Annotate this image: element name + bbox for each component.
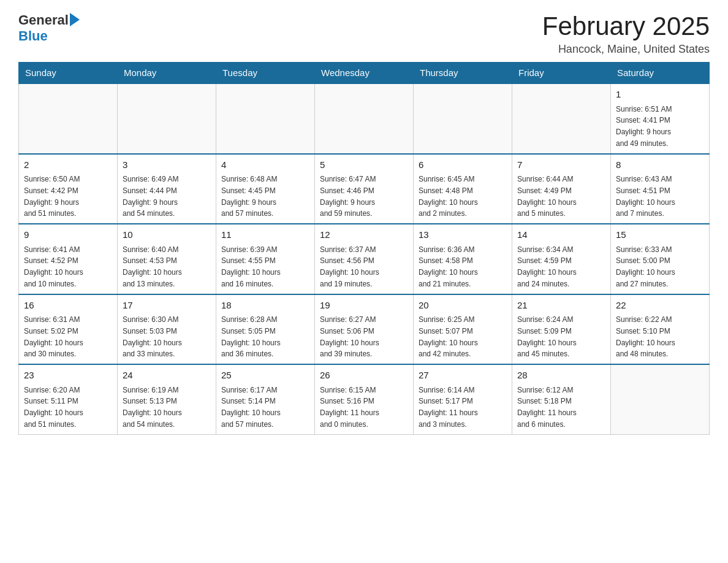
day-number: 26 (320, 369, 408, 383)
calendar-cell: 26Sunrise: 6:15 AM Sunset: 5:16 PM Dayli… (315, 364, 414, 434)
calendar-cell: 7Sunrise: 6:44 AM Sunset: 4:49 PM Daylig… (512, 154, 611, 224)
day-info: Sunrise: 6:39 AM Sunset: 4:55 PM Dayligh… (221, 245, 281, 288)
weekday-header-friday: Friday (512, 63, 611, 84)
calendar-cell (216, 83, 315, 154)
calendar-cell: 24Sunrise: 6:19 AM Sunset: 5:13 PM Dayli… (118, 364, 216, 434)
calendar-cell: 9Sunrise: 6:41 AM Sunset: 4:52 PM Daylig… (19, 224, 118, 294)
location-title: Hancock, Maine, United States (542, 43, 710, 56)
day-number: 20 (419, 299, 507, 313)
day-info: Sunrise: 6:40 AM Sunset: 4:53 PM Dayligh… (123, 245, 182, 288)
calendar-cell: 14Sunrise: 6:34 AM Sunset: 4:59 PM Dayli… (512, 224, 611, 294)
calendar-cell: 21Sunrise: 6:24 AM Sunset: 5:09 PM Dayli… (512, 294, 611, 365)
calendar-cell: 23Sunrise: 6:20 AM Sunset: 5:11 PM Dayli… (19, 364, 118, 434)
day-number: 6 (419, 158, 507, 172)
day-info: Sunrise: 6:44 AM Sunset: 4:49 PM Dayligh… (517, 175, 577, 218)
calendar-cell: 11Sunrise: 6:39 AM Sunset: 4:55 PM Dayli… (216, 224, 315, 294)
day-number: 5 (320, 158, 408, 172)
calendar-cell: 3Sunrise: 6:49 AM Sunset: 4:44 PM Daylig… (118, 154, 216, 224)
logo-general-text: General (18, 12, 69, 28)
calendar-cell (512, 83, 611, 154)
calendar-cell: 12Sunrise: 6:37 AM Sunset: 4:56 PM Dayli… (315, 224, 414, 294)
day-number: 4 (221, 158, 309, 172)
weekday-header-monday: Monday (118, 63, 216, 84)
day-number: 9 (24, 228, 112, 242)
day-number: 16 (24, 299, 112, 313)
logo-arrow-icon (70, 13, 80, 26)
page-header: General Blue February 2025 Hancock, Main… (18, 12, 710, 56)
day-number: 28 (517, 369, 605, 383)
calendar-cell: 6Sunrise: 6:45 AM Sunset: 4:48 PM Daylig… (414, 154, 512, 224)
calendar-week-3: 9Sunrise: 6:41 AM Sunset: 4:52 PM Daylig… (19, 224, 710, 294)
day-number: 23 (24, 369, 112, 383)
weekday-header-saturday: Saturday (611, 63, 710, 84)
day-number: 13 (419, 228, 507, 242)
day-info: Sunrise: 6:48 AM Sunset: 4:45 PM Dayligh… (221, 175, 277, 218)
day-info: Sunrise: 6:45 AM Sunset: 4:48 PM Dayligh… (419, 175, 478, 218)
day-info: Sunrise: 6:47 AM Sunset: 4:46 PM Dayligh… (320, 175, 376, 218)
calendar-cell (414, 83, 512, 154)
day-number: 17 (123, 299, 211, 313)
calendar-week-5: 23Sunrise: 6:20 AM Sunset: 5:11 PM Dayli… (19, 364, 710, 434)
day-info: Sunrise: 6:41 AM Sunset: 4:52 PM Dayligh… (24, 245, 83, 288)
calendar-week-2: 2Sunrise: 6:50 AM Sunset: 4:42 PM Daylig… (19, 154, 710, 224)
weekday-header-wednesday: Wednesday (315, 63, 414, 84)
logo-blue-text: Blue (18, 28, 48, 44)
calendar-cell: 28Sunrise: 6:12 AM Sunset: 5:18 PM Dayli… (512, 364, 611, 434)
month-title: February 2025 (542, 12, 710, 40)
calendar-week-1: 1Sunrise: 6:51 AM Sunset: 4:41 PM Daylig… (19, 83, 710, 154)
day-number: 22 (616, 299, 704, 313)
day-number: 8 (616, 158, 704, 172)
weekday-header-thursday: Thursday (414, 63, 512, 84)
day-info: Sunrise: 6:25 AM Sunset: 5:07 PM Dayligh… (419, 315, 478, 358)
day-info: Sunrise: 6:50 AM Sunset: 4:42 PM Dayligh… (24, 175, 80, 218)
calendar-cell: 19Sunrise: 6:27 AM Sunset: 5:06 PM Dayli… (315, 294, 414, 365)
day-number: 24 (123, 369, 211, 383)
day-info: Sunrise: 6:22 AM Sunset: 5:10 PM Dayligh… (616, 315, 675, 358)
day-info: Sunrise: 6:20 AM Sunset: 5:11 PM Dayligh… (24, 386, 83, 429)
day-info: Sunrise: 6:37 AM Sunset: 4:56 PM Dayligh… (320, 245, 379, 288)
day-info: Sunrise: 6:19 AM Sunset: 5:13 PM Dayligh… (123, 386, 182, 429)
day-number: 12 (320, 228, 408, 242)
logo: General Blue (18, 12, 80, 44)
calendar-cell: 27Sunrise: 6:14 AM Sunset: 5:17 PM Dayli… (414, 364, 512, 434)
calendar-cell: 5Sunrise: 6:47 AM Sunset: 4:46 PM Daylig… (315, 154, 414, 224)
day-number: 2 (24, 158, 112, 172)
calendar-cell (611, 364, 710, 434)
day-info: Sunrise: 6:15 AM Sunset: 5:16 PM Dayligh… (320, 386, 379, 429)
day-number: 25 (221, 369, 309, 383)
calendar-cell (19, 83, 118, 154)
day-info: Sunrise: 6:30 AM Sunset: 5:03 PM Dayligh… (123, 315, 182, 358)
calendar-cell: 10Sunrise: 6:40 AM Sunset: 4:53 PM Dayli… (118, 224, 216, 294)
day-info: Sunrise: 6:17 AM Sunset: 5:14 PM Dayligh… (221, 386, 281, 429)
calendar-cell: 4Sunrise: 6:48 AM Sunset: 4:45 PM Daylig… (216, 154, 315, 224)
calendar-cell (118, 83, 216, 154)
weekday-header-sunday: Sunday (19, 63, 118, 84)
day-number: 27 (419, 369, 507, 383)
day-info: Sunrise: 6:51 AM Sunset: 4:41 PM Dayligh… (616, 105, 672, 148)
calendar-cell: 16Sunrise: 6:31 AM Sunset: 5:02 PM Dayli… (19, 294, 118, 365)
weekday-header-tuesday: Tuesday (216, 63, 315, 84)
day-number: 18 (221, 299, 309, 313)
calendar-cell: 13Sunrise: 6:36 AM Sunset: 4:58 PM Dayli… (414, 224, 512, 294)
calendar-cell: 20Sunrise: 6:25 AM Sunset: 5:07 PM Dayli… (414, 294, 512, 365)
calendar-cell: 2Sunrise: 6:50 AM Sunset: 4:42 PM Daylig… (19, 154, 118, 224)
calendar-cell: 22Sunrise: 6:22 AM Sunset: 5:10 PM Dayli… (611, 294, 710, 365)
day-number: 15 (616, 228, 704, 242)
day-info: Sunrise: 6:36 AM Sunset: 4:58 PM Dayligh… (419, 245, 478, 288)
day-number: 21 (517, 299, 605, 313)
day-info: Sunrise: 6:33 AM Sunset: 5:00 PM Dayligh… (616, 245, 675, 288)
day-number: 11 (221, 228, 309, 242)
day-number: 14 (517, 228, 605, 242)
calendar-cell: 15Sunrise: 6:33 AM Sunset: 5:00 PM Dayli… (611, 224, 710, 294)
calendar-week-4: 16Sunrise: 6:31 AM Sunset: 5:02 PM Dayli… (19, 294, 710, 365)
calendar-cell: 17Sunrise: 6:30 AM Sunset: 5:03 PM Dayli… (118, 294, 216, 365)
day-info: Sunrise: 6:34 AM Sunset: 4:59 PM Dayligh… (517, 245, 577, 288)
calendar-header-row: SundayMondayTuesdayWednesdayThursdayFrid… (19, 63, 710, 84)
calendar-cell: 25Sunrise: 6:17 AM Sunset: 5:14 PM Dayli… (216, 364, 315, 434)
day-info: Sunrise: 6:43 AM Sunset: 4:51 PM Dayligh… (616, 175, 675, 218)
day-info: Sunrise: 6:28 AM Sunset: 5:05 PM Dayligh… (221, 315, 281, 358)
day-info: Sunrise: 6:12 AM Sunset: 5:18 PM Dayligh… (517, 386, 577, 429)
day-info: Sunrise: 6:24 AM Sunset: 5:09 PM Dayligh… (517, 315, 577, 358)
day-number: 10 (123, 228, 211, 242)
day-number: 19 (320, 299, 408, 313)
